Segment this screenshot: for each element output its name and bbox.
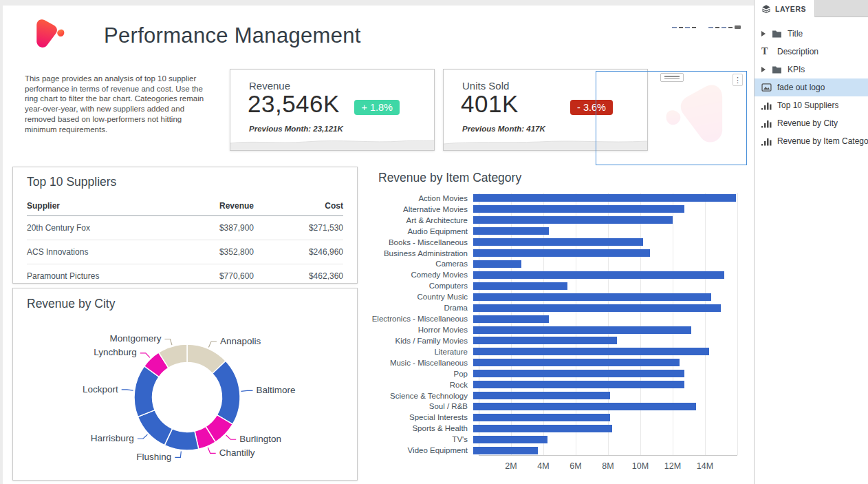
bar-row: Rock [367,379,737,390]
description-text: This page provides an analysis of top 10… [25,74,215,134]
expand-caret-icon[interactable] [761,31,766,36]
drag-handle[interactable] [660,73,684,82]
bar-row: Pop [367,368,737,379]
donut-segment-harrisburg[interactable] [138,410,172,445]
x-tick-label: 4M [537,461,549,471]
bar[interactable] [473,238,643,246]
table-row[interactable]: ACS Innovations$352,800$246,960 [27,240,343,264]
category-label: TV's [367,435,473,443]
category-label: Cameras [367,260,473,268]
layer-item-title[interactable]: Title [755,25,868,43]
folder-icon [772,30,783,38]
category-label: Action Movies [367,194,473,202]
x-tick-label: 14M [697,461,713,471]
donut-label: Harrisburg [91,433,134,443]
layer-item-revenue-by-item-catego[interactable]: Revenue by Item Catego [755,132,868,150]
category-label: Business Administration [367,249,473,257]
category-label: Sports & Health [367,424,473,432]
bar-row: Kids / Family Movies [367,335,737,346]
donut-chart: AnnapolisBaltimoreBurlingtonChantillyFlu… [13,288,358,480]
bar[interactable] [473,326,691,334]
leader-line [208,448,215,453]
table-row[interactable]: 20th Century Fox$387,900$271,530 [27,216,343,240]
bar[interactable] [473,403,696,410]
bar[interactable] [473,271,724,279]
bar[interactable] [473,359,680,366]
bar[interactable] [473,227,549,235]
donut-label: Baltimore [256,385,295,395]
x-tick-label: 8M [602,461,614,471]
layer-item-top-10-suppliers[interactable]: Top 10 Suppliers [755,96,868,114]
leader-line [138,434,148,439]
bar-track [473,436,737,443]
layer-item-kpis[interactable]: KPIs [755,61,868,78]
table-header-row: SupplierRevenueCost [27,198,343,216]
bar[interactable] [473,293,711,301]
column-header[interactable]: Revenue [164,198,254,216]
bar-track [473,392,737,399]
layers-tab[interactable]: LAYERS [755,0,815,17]
donut-label: Lynchburg [94,347,137,357]
sparkline [230,135,434,150]
column-header[interactable]: Supplier [27,198,164,216]
layer-item-description[interactable]: TDescription [755,43,868,61]
category-label: Comedy Movies [367,271,473,279]
donut-label: Flushing [136,452,171,462]
text-icon: T [761,46,772,57]
bar[interactable] [473,260,521,268]
bar-track [473,282,737,290]
revenue-by-city-widget[interactable]: Revenue by City AnnapolisBaltimoreBurlin… [12,288,358,481]
leader-line [122,390,133,390]
bar-row: Electronics - Miscellaneous [367,313,737,324]
top-10-suppliers-widget[interactable]: Top 10 Suppliers SupplierRevenueCost 20t… [12,167,358,284]
faded-element-dashes [672,25,743,29]
bar[interactable] [473,381,684,388]
layer-item-fade-out-logo[interactable]: fade out logo [755,78,868,96]
bar[interactable] [473,282,567,290]
table-row[interactable]: Paramount Pictures$770,600$462,360 [27,264,343,288]
expand-caret-icon[interactable] [761,67,766,72]
bar[interactable] [473,370,684,377]
bar-chart-plot: Action MoviesAlternative MoviesArt & Arc… [367,193,737,456]
bar-row: Sports & Health [367,423,737,434]
bar[interactable] [473,315,549,323]
widget-title: Revenue by Item Category [378,171,737,185]
revenue-by-item-category-widget[interactable]: Revenue by Item Category Action MoviesAl… [367,171,737,472]
bar[interactable] [473,414,610,421]
kpi-previous: Previous Month: 417K [462,125,545,133]
bar[interactable] [473,194,736,202]
bar[interactable] [473,304,721,312]
bar-row: Alternative Movies [367,204,737,215]
bar[interactable] [473,447,538,454]
layer-item-revenue-by-city[interactable]: Revenue by City [755,114,868,132]
bar[interactable] [473,216,673,224]
bar-row: TV's [367,434,737,445]
bar[interactable] [473,425,612,432]
bar-track [473,216,737,224]
value-cell: $246,960 [254,240,343,264]
leader-line [208,341,217,347]
bar-row: Cameras [367,259,737,270]
category-label: Electronics - Miscellaneous [367,315,473,323]
image-icon [761,83,772,92]
bar-row: Science & Technology [367,390,737,401]
category-label: Science & Technology [367,392,473,400]
column-header[interactable]: Cost [254,198,343,216]
kpi-card-revenue[interactable]: Revenue 23,546K + 1.8% Previous Month: 2… [230,69,435,151]
donut-label: Montgomery [109,333,161,344]
bar[interactable] [473,392,610,399]
bar[interactable] [473,205,684,213]
bar-track [473,425,737,432]
bar[interactable] [473,337,617,344]
bar[interactable] [473,436,547,443]
widget-menu-icon[interactable]: ⋮ [733,74,743,86]
chart-icon [761,137,772,146]
layer-item-label: Revenue by Item Catego [777,136,868,146]
x-tick-label: 12M [664,461,681,471]
gridline [737,193,738,455]
bar[interactable] [473,348,709,355]
selected-widget-fade-out-logo[interactable]: ⋮ [596,71,747,165]
bar[interactable] [473,249,650,257]
x-tick-label: 6M [569,461,581,471]
layers-panel-header: LAYERS [755,0,868,17]
